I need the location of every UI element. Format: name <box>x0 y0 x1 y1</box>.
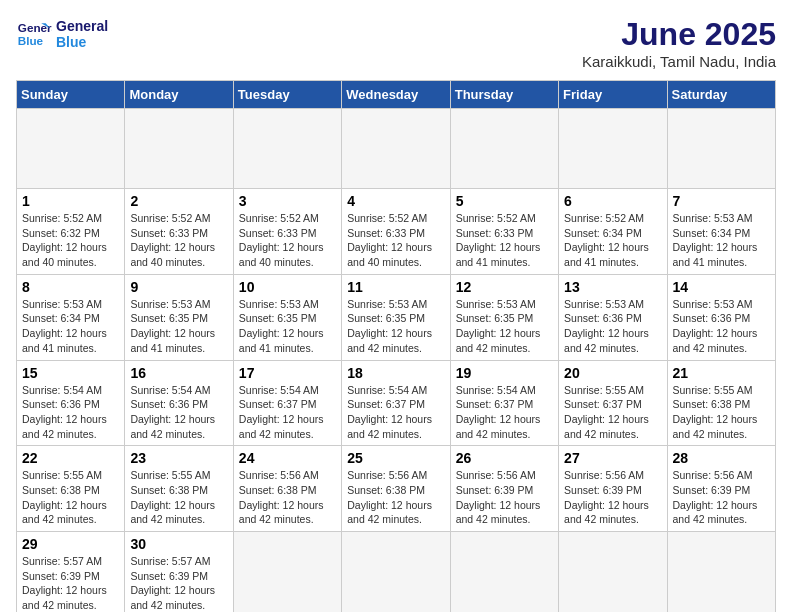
logo: General Blue General Blue <box>16 16 108 52</box>
calendar-cell: 17Sunrise: 5:54 AM Sunset: 6:37 PM Dayli… <box>233 360 341 446</box>
svg-text:General: General <box>18 21 52 34</box>
calendar-cell: 29Sunrise: 5:57 AM Sunset: 6:39 PM Dayli… <box>17 532 125 613</box>
calendar-cell: 25Sunrise: 5:56 AM Sunset: 6:38 PM Dayli… <box>342 446 450 532</box>
calendar-cell <box>233 109 341 189</box>
week-row-1 <box>17 109 776 189</box>
calendar-cell: 7Sunrise: 5:53 AM Sunset: 6:34 PM Daylig… <box>667 189 775 275</box>
day-number: 25 <box>347 450 444 466</box>
day-number: 20 <box>564 365 661 381</box>
calendar-cell: 28Sunrise: 5:56 AM Sunset: 6:39 PM Dayli… <box>667 446 775 532</box>
day-info: Sunrise: 5:53 AM Sunset: 6:35 PM Dayligh… <box>456 297 553 356</box>
week-row-6: 29Sunrise: 5:57 AM Sunset: 6:39 PM Dayli… <box>17 532 776 613</box>
day-number: 18 <box>347 365 444 381</box>
weekday-header-tuesday: Tuesday <box>233 81 341 109</box>
calendar-cell <box>233 532 341 613</box>
calendar-cell: 21Sunrise: 5:55 AM Sunset: 6:38 PM Dayli… <box>667 360 775 446</box>
calendar-cell <box>17 109 125 189</box>
day-number: 9 <box>130 279 227 295</box>
day-info: Sunrise: 5:54 AM Sunset: 6:36 PM Dayligh… <box>130 383 227 442</box>
day-number: 14 <box>673 279 770 295</box>
calendar-cell: 22Sunrise: 5:55 AM Sunset: 6:38 PM Dayli… <box>17 446 125 532</box>
day-info: Sunrise: 5:53 AM Sunset: 6:34 PM Dayligh… <box>673 211 770 270</box>
calendar-cell <box>667 109 775 189</box>
calendar-cell <box>559 109 667 189</box>
day-info: Sunrise: 5:55 AM Sunset: 6:38 PM Dayligh… <box>22 468 119 527</box>
calendar-cell: 23Sunrise: 5:55 AM Sunset: 6:38 PM Dayli… <box>125 446 233 532</box>
day-info: Sunrise: 5:53 AM Sunset: 6:36 PM Dayligh… <box>673 297 770 356</box>
logo-line1: General <box>56 18 108 34</box>
day-number: 29 <box>22 536 119 552</box>
day-number: 2 <box>130 193 227 209</box>
calendar-cell: 18Sunrise: 5:54 AM Sunset: 6:37 PM Dayli… <box>342 360 450 446</box>
day-number: 26 <box>456 450 553 466</box>
day-info: Sunrise: 5:53 AM Sunset: 6:35 PM Dayligh… <box>239 297 336 356</box>
calendar-cell <box>667 532 775 613</box>
day-number: 15 <box>22 365 119 381</box>
calendar-cell: 2Sunrise: 5:52 AM Sunset: 6:33 PM Daylig… <box>125 189 233 275</box>
day-info: Sunrise: 5:52 AM Sunset: 6:33 PM Dayligh… <box>456 211 553 270</box>
day-info: Sunrise: 5:55 AM Sunset: 6:38 PM Dayligh… <box>130 468 227 527</box>
day-info: Sunrise: 5:56 AM Sunset: 6:39 PM Dayligh… <box>673 468 770 527</box>
calendar-cell: 30Sunrise: 5:57 AM Sunset: 6:39 PM Dayli… <box>125 532 233 613</box>
day-number: 4 <box>347 193 444 209</box>
day-info: Sunrise: 5:53 AM Sunset: 6:34 PM Dayligh… <box>22 297 119 356</box>
calendar-cell: 4Sunrise: 5:52 AM Sunset: 6:33 PM Daylig… <box>342 189 450 275</box>
calendar-table: SundayMondayTuesdayWednesdayThursdayFrid… <box>16 80 776 612</box>
calendar-cell: 19Sunrise: 5:54 AM Sunset: 6:37 PM Dayli… <box>450 360 558 446</box>
day-info: Sunrise: 5:52 AM Sunset: 6:32 PM Dayligh… <box>22 211 119 270</box>
day-info: Sunrise: 5:55 AM Sunset: 6:38 PM Dayligh… <box>673 383 770 442</box>
day-number: 22 <box>22 450 119 466</box>
day-number: 1 <box>22 193 119 209</box>
calendar-cell: 3Sunrise: 5:52 AM Sunset: 6:33 PM Daylig… <box>233 189 341 275</box>
calendar-cell: 8Sunrise: 5:53 AM Sunset: 6:34 PM Daylig… <box>17 274 125 360</box>
day-number: 24 <box>239 450 336 466</box>
day-info: Sunrise: 5:52 AM Sunset: 6:33 PM Dayligh… <box>239 211 336 270</box>
weekday-header-sunday: Sunday <box>17 81 125 109</box>
calendar-cell <box>125 109 233 189</box>
title-area: June 2025 Karaikkudi, Tamil Nadu, India <box>582 16 776 70</box>
week-row-2: 1Sunrise: 5:52 AM Sunset: 6:32 PM Daylig… <box>17 189 776 275</box>
day-info: Sunrise: 5:55 AM Sunset: 6:37 PM Dayligh… <box>564 383 661 442</box>
calendar-cell: 10Sunrise: 5:53 AM Sunset: 6:35 PM Dayli… <box>233 274 341 360</box>
calendar-cell: 27Sunrise: 5:56 AM Sunset: 6:39 PM Dayli… <box>559 446 667 532</box>
day-number: 17 <box>239 365 336 381</box>
day-info: Sunrise: 5:57 AM Sunset: 6:39 PM Dayligh… <box>130 554 227 612</box>
day-number: 6 <box>564 193 661 209</box>
day-number: 13 <box>564 279 661 295</box>
calendar-cell <box>342 532 450 613</box>
day-number: 3 <box>239 193 336 209</box>
calendar-cell: 11Sunrise: 5:53 AM Sunset: 6:35 PM Dayli… <box>342 274 450 360</box>
day-info: Sunrise: 5:54 AM Sunset: 6:37 PM Dayligh… <box>239 383 336 442</box>
weekday-header-thursday: Thursday <box>450 81 558 109</box>
calendar-cell <box>342 109 450 189</box>
day-number: 30 <box>130 536 227 552</box>
day-number: 11 <box>347 279 444 295</box>
calendar-cell: 1Sunrise: 5:52 AM Sunset: 6:32 PM Daylig… <box>17 189 125 275</box>
day-info: Sunrise: 5:54 AM Sunset: 6:37 PM Dayligh… <box>347 383 444 442</box>
logo-line2: Blue <box>56 34 108 50</box>
day-info: Sunrise: 5:53 AM Sunset: 6:35 PM Dayligh… <box>347 297 444 356</box>
calendar-cell: 6Sunrise: 5:52 AM Sunset: 6:34 PM Daylig… <box>559 189 667 275</box>
week-row-5: 22Sunrise: 5:55 AM Sunset: 6:38 PM Dayli… <box>17 446 776 532</box>
weekday-header-wednesday: Wednesday <box>342 81 450 109</box>
month-title: June 2025 <box>582 16 776 53</box>
day-info: Sunrise: 5:56 AM Sunset: 6:38 PM Dayligh… <box>239 468 336 527</box>
day-info: Sunrise: 5:52 AM Sunset: 6:33 PM Dayligh… <box>130 211 227 270</box>
day-info: Sunrise: 5:56 AM Sunset: 6:39 PM Dayligh… <box>456 468 553 527</box>
weekday-header-saturday: Saturday <box>667 81 775 109</box>
svg-text:Blue: Blue <box>18 34 44 47</box>
day-number: 8 <box>22 279 119 295</box>
day-info: Sunrise: 5:54 AM Sunset: 6:37 PM Dayligh… <box>456 383 553 442</box>
day-info: Sunrise: 5:52 AM Sunset: 6:33 PM Dayligh… <box>347 211 444 270</box>
calendar-cell: 15Sunrise: 5:54 AM Sunset: 6:36 PM Dayli… <box>17 360 125 446</box>
calendar-cell <box>450 532 558 613</box>
calendar-cell: 5Sunrise: 5:52 AM Sunset: 6:33 PM Daylig… <box>450 189 558 275</box>
day-info: Sunrise: 5:53 AM Sunset: 6:36 PM Dayligh… <box>564 297 661 356</box>
week-row-4: 15Sunrise: 5:54 AM Sunset: 6:36 PM Dayli… <box>17 360 776 446</box>
day-number: 19 <box>456 365 553 381</box>
week-row-3: 8Sunrise: 5:53 AM Sunset: 6:34 PM Daylig… <box>17 274 776 360</box>
weekday-header-monday: Monday <box>125 81 233 109</box>
day-info: Sunrise: 5:53 AM Sunset: 6:35 PM Dayligh… <box>130 297 227 356</box>
day-number: 5 <box>456 193 553 209</box>
day-info: Sunrise: 5:52 AM Sunset: 6:34 PM Dayligh… <box>564 211 661 270</box>
